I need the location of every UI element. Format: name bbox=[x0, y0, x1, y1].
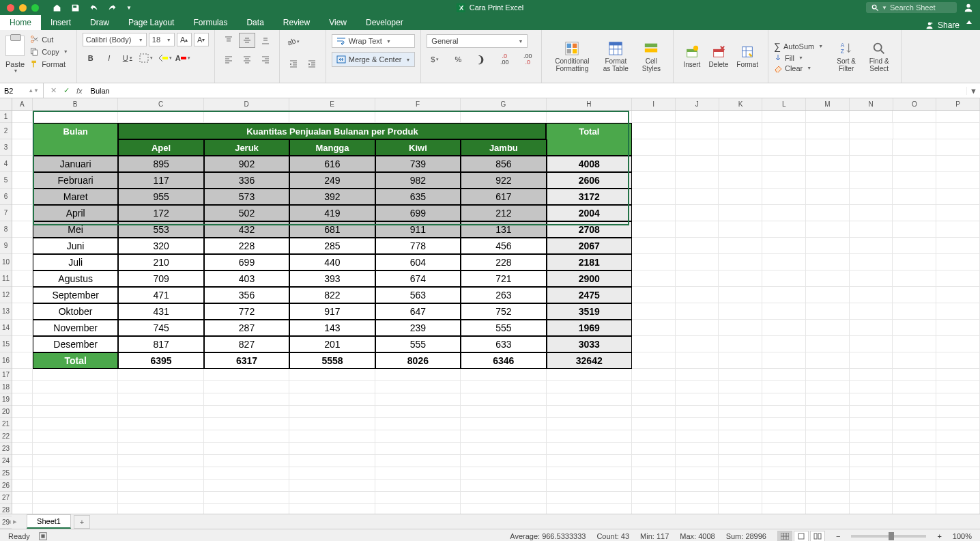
cell[interactable] bbox=[12, 492, 33, 504]
sheet-nav[interactable]: ◂ ▸ bbox=[7, 517, 17, 526]
cell[interactable] bbox=[33, 467, 118, 480]
cell[interactable] bbox=[893, 205, 936, 221]
number-format-select[interactable]: General▼ bbox=[427, 34, 528, 48]
cell[interactable] bbox=[632, 270, 676, 287]
cell[interactable] bbox=[762, 254, 806, 270]
align-left-button[interactable] bbox=[220, 52, 237, 67]
row-header[interactable]: 24 bbox=[0, 455, 12, 467]
cell[interactable]: Total bbox=[546, 123, 631, 139]
cell[interactable] bbox=[762, 504, 806, 514]
sort-filter-button[interactable]: AZSort & Filter bbox=[830, 40, 863, 74]
cell[interactable] bbox=[632, 418, 676, 430]
cell[interactable]: 911 bbox=[375, 221, 461, 238]
cell[interactable] bbox=[676, 221, 719, 238]
cell[interactable]: 922 bbox=[461, 172, 546, 189]
tab-insert[interactable]: Insert bbox=[41, 15, 81, 30]
cell[interactable] bbox=[850, 467, 893, 480]
cell[interactable] bbox=[850, 381, 893, 393]
cell[interactable] bbox=[375, 406, 461, 418]
cell[interactable] bbox=[461, 504, 546, 514]
cell[interactable] bbox=[12, 455, 33, 467]
cell[interactable] bbox=[461, 111, 546, 123]
cell[interactable]: 212 bbox=[461, 205, 546, 221]
cell[interactable]: 699 bbox=[375, 205, 461, 221]
expand-formula-bar[interactable]: ▼ bbox=[966, 87, 980, 95]
col-header[interactable]: H bbox=[547, 98, 632, 110]
cell-styles-button[interactable]: Cell Styles bbox=[635, 40, 667, 74]
collapse-ribbon[interactable] bbox=[966, 20, 972, 24]
cancel-formula-button[interactable]: ✕ bbox=[51, 86, 57, 95]
cell[interactable] bbox=[676, 111, 719, 123]
cell[interactable] bbox=[719, 111, 762, 123]
cell[interactable] bbox=[118, 111, 203, 123]
cell[interactable]: 616 bbox=[289, 156, 375, 172]
cell[interactable]: Mangga bbox=[289, 139, 375, 156]
cell[interactable] bbox=[719, 418, 762, 430]
cell[interactable] bbox=[719, 352, 762, 369]
cell[interactable] bbox=[719, 381, 762, 393]
cell[interactable] bbox=[676, 492, 719, 504]
row-header[interactable]: 12 bbox=[0, 287, 12, 303]
cell[interactable] bbox=[632, 205, 676, 221]
find-select-button[interactable]: Find & Select bbox=[863, 40, 895, 74]
cell[interactable] bbox=[12, 189, 33, 205]
cell[interactable] bbox=[12, 287, 33, 303]
cell[interactable] bbox=[762, 189, 806, 205]
cell[interactable] bbox=[936, 455, 980, 467]
cell[interactable]: 210 bbox=[118, 254, 203, 270]
cell[interactable] bbox=[676, 336, 719, 352]
cell[interactable]: 393 bbox=[289, 270, 375, 287]
cut-button[interactable]: Cut bbox=[27, 34, 71, 44]
cell[interactable] bbox=[33, 393, 118, 406]
currency-button[interactable]: $▾ bbox=[427, 52, 443, 67]
cell[interactable]: 2475 bbox=[547, 287, 632, 303]
cell[interactable] bbox=[893, 303, 936, 320]
cell[interactable] bbox=[893, 393, 936, 406]
cell[interactable] bbox=[806, 123, 850, 139]
fx-label[interactable]: fx bbox=[76, 87, 83, 95]
cell[interactable]: 563 bbox=[375, 287, 461, 303]
cell[interactable] bbox=[719, 443, 762, 455]
select-all-corner[interactable] bbox=[0, 98, 12, 111]
cell[interactable]: 2900 bbox=[547, 270, 632, 287]
cell[interactable] bbox=[762, 455, 806, 467]
cell[interactable]: 2708 bbox=[547, 221, 632, 238]
cell[interactable] bbox=[12, 303, 33, 320]
cell[interactable]: Total bbox=[33, 352, 118, 369]
cell[interactable] bbox=[204, 480, 289, 492]
cell[interactable] bbox=[806, 455, 850, 467]
cell[interactable] bbox=[936, 418, 980, 430]
col-header[interactable]: B bbox=[33, 98, 118, 110]
cell[interactable] bbox=[893, 287, 936, 303]
cell[interactable] bbox=[632, 443, 676, 455]
cell[interactable] bbox=[719, 189, 762, 205]
cell[interactable]: 2067 bbox=[547, 238, 632, 254]
cell[interactable] bbox=[806, 406, 850, 418]
tab-view[interactable]: View bbox=[319, 15, 356, 30]
row-header[interactable]: 15 bbox=[0, 336, 12, 352]
cell[interactable]: 201 bbox=[289, 336, 375, 352]
cell[interactable] bbox=[12, 393, 33, 406]
cell[interactable] bbox=[547, 369, 632, 381]
cell[interactable] bbox=[12, 139, 33, 156]
tab-draw[interactable]: Draw bbox=[81, 15, 119, 30]
row-header[interactable]: 5 bbox=[0, 172, 12, 189]
cell[interactable] bbox=[632, 336, 676, 352]
cell[interactable]: 502 bbox=[204, 205, 289, 221]
cell[interactable] bbox=[893, 492, 936, 504]
cell[interactable]: Jeruk bbox=[204, 139, 289, 156]
cell[interactable]: 285 bbox=[289, 238, 375, 254]
cell[interactable] bbox=[375, 443, 461, 455]
cell[interactable] bbox=[850, 254, 893, 270]
cell[interactable] bbox=[806, 443, 850, 455]
cell[interactable] bbox=[676, 480, 719, 492]
cell[interactable] bbox=[719, 504, 762, 514]
cell[interactable] bbox=[806, 270, 850, 287]
cell[interactable]: Jambu bbox=[461, 139, 546, 156]
cell[interactable] bbox=[936, 172, 980, 189]
cell[interactable] bbox=[893, 189, 936, 205]
cell[interactable]: 131 bbox=[461, 221, 546, 238]
cell[interactable] bbox=[893, 172, 936, 189]
col-header[interactable]: I bbox=[632, 98, 676, 110]
cell[interactable] bbox=[719, 123, 762, 139]
